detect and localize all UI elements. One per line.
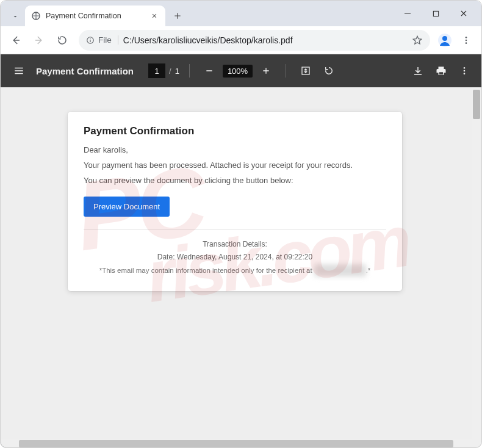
zoom-out-button[interactable] (200, 61, 219, 81)
page-separator: / (169, 67, 171, 76)
tab-search-button[interactable] (5, 7, 25, 26)
vertical-scrollbar[interactable] (472, 87, 481, 448)
document-heading: Payment Confirmation (84, 125, 386, 137)
download-icon (412, 65, 423, 76)
disclaimer-suffix: .* (366, 267, 371, 274)
print-button[interactable] (431, 61, 451, 81)
url-text: C:/Users/karolisliucveikis/Desktop/karol… (123, 35, 407, 45)
fit-page-icon (300, 65, 311, 76)
profile-button[interactable] (436, 32, 453, 49)
svg-rect-1 (433, 11, 438, 16)
browser-tab-active[interactable]: Payment Confirmation (25, 5, 165, 26)
svg-point-3 (90, 38, 90, 38)
zoom-in-button[interactable] (256, 61, 276, 81)
svg-point-5 (442, 36, 447, 41)
plus-icon (173, 12, 182, 20)
minimize-icon (404, 10, 411, 17)
dots-vertical-icon (461, 35, 471, 45)
dots-vertical-icon (459, 66, 469, 76)
svg-point-11 (464, 67, 466, 69)
globe-icon (31, 11, 41, 21)
address-bar[interactable]: File C:/Users/karolisliucveikis/Desktop/… (79, 30, 430, 51)
vertical-scrollbar-thumb[interactable] (473, 90, 480, 119)
nav-reload-button[interactable] (52, 30, 73, 51)
tab-title: Payment Confirmation (46, 12, 145, 20)
document-card: Payment Confirmation Dear karolis, Your … (68, 112, 402, 291)
nav-forward-button[interactable] (29, 30, 49, 51)
rotate-button[interactable] (319, 61, 339, 81)
toolbar-separator (189, 64, 190, 78)
window-minimize-button[interactable] (394, 4, 422, 23)
document-body-line: Your payment has been processed. Attache… (84, 160, 386, 172)
zoom-level[interactable]: 100% (223, 65, 253, 78)
reload-icon (57, 35, 68, 46)
browser-tabstrip: Payment Confirmation (1, 1, 481, 26)
info-icon (86, 36, 95, 45)
star-icon (412, 35, 423, 46)
document-body-line: You can preview the document by clicking… (84, 175, 386, 187)
arrow-right-icon (34, 35, 45, 46)
svg-rect-10 (439, 72, 443, 74)
close-icon (151, 13, 157, 19)
minus-icon (204, 66, 214, 76)
pdf-page-total: 1 (175, 67, 179, 76)
transaction-details-heading: Transaction Details: (84, 238, 386, 251)
avatar-icon (437, 33, 452, 48)
plus-icon (261, 66, 271, 76)
window-close-button[interactable] (450, 4, 478, 23)
browser-toolbar: File C:/Users/karolisliucveikis/Desktop/… (1, 26, 481, 54)
nav-back-button[interactable] (5, 30, 26, 51)
pdf-document-title: Payment Confirmation (36, 66, 134, 76)
new-tab-button[interactable] (169, 7, 186, 24)
fit-page-button[interactable] (296, 61, 315, 81)
pdf-toolbar: Payment Confirmation / 1 100% (1, 54, 481, 87)
svg-point-6 (466, 37, 467, 38)
close-icon (460, 10, 467, 17)
file-origin-chip: File (86, 35, 118, 45)
download-button[interactable] (408, 61, 428, 81)
redacted-recipient: redacted (314, 264, 366, 277)
pdf-sidebar-toggle[interactable] (8, 60, 30, 82)
transaction-date: Date: Wednesday, August 21, 2024, at 09:… (84, 251, 386, 264)
document-greeting: Dear karolis, (84, 145, 386, 156)
pdf-page-area[interactable]: Payment Confirmation Dear karolis, Your … (1, 87, 472, 439)
print-icon (436, 65, 447, 76)
maximize-icon (433, 10, 439, 17)
file-chip-label: File (98, 35, 112, 45)
pdf-viewport: Payment Confirmation Dear karolis, Your … (1, 87, 481, 448)
toolbar-separator (286, 64, 286, 78)
chevron-down-icon (12, 13, 19, 20)
disclaimer-text: *This email may contain information inte… (84, 264, 386, 277)
browser-menu-button[interactable] (456, 30, 477, 51)
svg-point-7 (466, 39, 467, 41)
menu-icon (13, 65, 24, 76)
pdf-page-indicator: / 1 (148, 63, 179, 78)
preview-document-button[interactable]: Preview Document (84, 197, 170, 217)
disclaimer-prefix: *This email may contain information inte… (99, 267, 314, 274)
horizontal-scrollbar[interactable] (1, 439, 472, 448)
rotate-icon (323, 65, 334, 76)
pdf-page-input[interactable] (148, 63, 165, 78)
svg-point-12 (464, 70, 466, 72)
window-maximize-button[interactable] (422, 4, 450, 23)
tab-close-button[interactable] (149, 11, 159, 21)
horizontal-scrollbar-thumb[interactable] (19, 440, 453, 447)
bookmark-button[interactable] (412, 35, 423, 46)
svg-point-8 (466, 42, 467, 44)
pdf-more-button[interactable] (455, 61, 474, 81)
arrow-left-icon (10, 35, 21, 46)
svg-point-13 (464, 73, 466, 74)
divider (84, 229, 386, 229)
scrollbar-corner (472, 439, 481, 448)
